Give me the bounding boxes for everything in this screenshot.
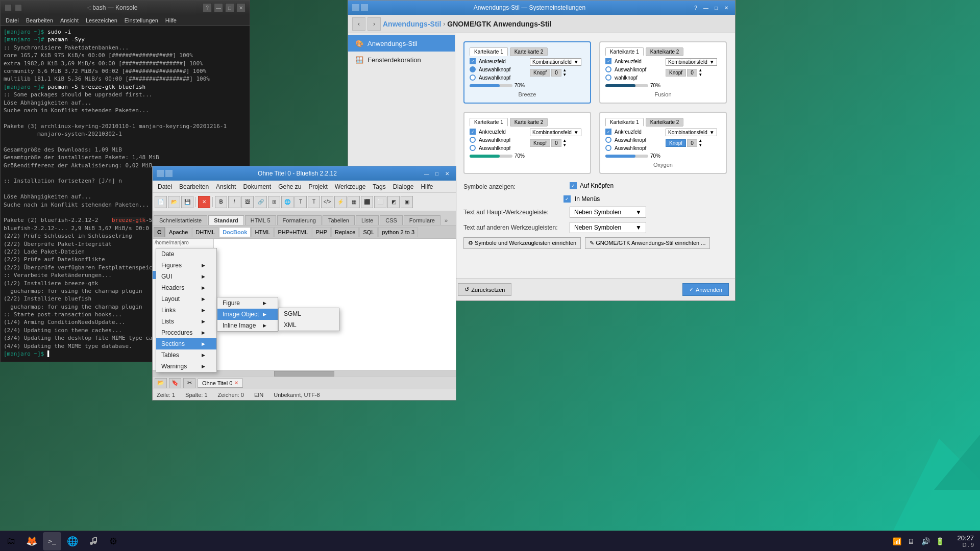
fusion-btn[interactable]: Knopf	[666, 69, 686, 77]
style-card-fusion[interactable]: Karteikarte 1 Karteikarte 2 ✓ Ankreuzfel…	[599, 41, 727, 104]
bf-doctype-apache[interactable]: Apache	[165, 227, 191, 237]
breeze-checkbox1[interactable]: ✓	[470, 58, 476, 64]
symbols-configure-btn[interactable]: ♻ Symbole und Werkzeugleisten einrichten	[463, 237, 581, 249]
oxygen-spin-up[interactable]: ▲	[698, 138, 702, 143]
cm-figures[interactable]: Figures ▶	[156, 260, 216, 271]
breeze-radio2[interactable]	[470, 74, 476, 81]
fusion-combo[interactable]: Kombinationsfeld ▼	[666, 58, 717, 66]
ss-help-btn[interactable]: ?	[691, 3, 700, 12]
bf-menu-ansicht[interactable]: Ansicht	[213, 182, 239, 191]
style-card-oxygen[interactable]: Karteikarte 1 Karteikarte 2 ✓ Ankreuzfel…	[599, 112, 727, 174]
term-menu-ansicht[interactable]: Ansicht	[57, 16, 82, 24]
bf-tool-save[interactable]: 💾	[181, 196, 193, 208]
breeze-spin[interactable]: 0	[551, 69, 561, 77]
bf-doctype-c[interactable]: C	[154, 227, 165, 237]
bf-tab-formatierung[interactable]: Formatierung	[277, 215, 322, 225]
taskbar-btn-firefox[interactable]: 🦊	[22, 532, 41, 550]
breeze-tab2[interactable]: Karteikarte 2	[510, 47, 548, 56]
ss-forward-btn[interactable]: ›	[368, 17, 381, 31]
bf-tab-tabellen[interactable]: Tabellen	[323, 215, 355, 225]
cm-inline-image[interactable]: Inline Image ▶	[217, 320, 278, 331]
bf-doctype-sql[interactable]: SQL	[359, 227, 378, 237]
cm-sgml[interactable]: SGML	[279, 308, 339, 319]
bf-doctype-php[interactable]: PHP	[312, 227, 331, 237]
bf-tool-img[interactable]: 🖼	[241, 196, 254, 208]
card3-combo[interactable]: Kombinationsfeld ▼	[530, 129, 581, 136]
ss-sidebar-anwendungsstil[interactable]: 🎨 Anwendungs-Stil	[348, 35, 455, 52]
bf-tool-misc3[interactable]: ⬛	[361, 196, 373, 208]
gnome-gtk-configure-btn[interactable]: ✎ GNOME/GTK Anwendungs-Stil einrichten .…	[585, 237, 710, 249]
oxygen-spin[interactable]: 0	[687, 139, 697, 147]
oxygen-radio[interactable]	[605, 137, 611, 143]
text-main-select[interactable]: Neben Symbolen ▼	[570, 207, 646, 218]
bf-menu-dokument[interactable]: Dokument	[240, 182, 274, 191]
fusion-checkbox1[interactable]: ✓	[605, 58, 611, 64]
bf-menu-datei[interactable]: Datei	[155, 182, 175, 191]
bf-menu-werkzeuge[interactable]: Werkzeuge	[332, 182, 369, 191]
bf-tab-more[interactable]: »	[442, 216, 451, 225]
bf-bookmark-btn[interactable]: 🔖	[169, 378, 181, 388]
cm-lists[interactable]: Lists ▶	[156, 316, 216, 327]
oxygen-btn[interactable]: Knopf	[666, 139, 686, 147]
bf-menu-dialoge[interactable]: Dialoge	[390, 182, 417, 191]
taskbar-monitor-icon[interactable]: 🖥	[905, 536, 917, 547]
breeze-spin-down[interactable]: ▼	[562, 72, 567, 77]
terminal-minimize-btn[interactable]: —	[214, 3, 223, 12]
oxygen-combo[interactable]: Kombinationsfeld ▼	[666, 129, 717, 136]
taskbar-battery-icon[interactable]: 🔋	[934, 536, 945, 547]
bf-doctype-html[interactable]: HTML	[251, 227, 274, 237]
text-other-select[interactable]: Neben Symbolen ▼	[570, 222, 646, 233]
fusion-tab2[interactable]: Karteikarte 2	[646, 47, 684, 56]
bf-tab-schnell[interactable]: Schnellstartleiste	[154, 215, 207, 225]
fusion-radio2[interactable]	[605, 74, 611, 81]
card3-radio[interactable]	[470, 137, 476, 143]
card3-spin-up[interactable]: ▲	[562, 138, 567, 143]
bluefish-minimize-btn[interactable]: —	[422, 169, 431, 178]
bf-tool-i[interactable]: I	[228, 196, 240, 208]
bf-bottom-doc-tab[interactable]: Ohne Titel 0 ✕	[198, 379, 243, 388]
cm-links[interactable]: Links ▶	[156, 305, 216, 316]
bf-tab-formulare[interactable]: Formulare	[404, 215, 440, 225]
bf-tool-t1[interactable]: T	[295, 196, 307, 208]
bf-tool-link[interactable]: 🔗	[255, 196, 267, 208]
term-menu-lesezeichen[interactable]: Lesezeichen	[83, 16, 120, 24]
ss-maximize-btn[interactable]: □	[712, 3, 721, 12]
ss-back-btn[interactable]: ‹	[352, 17, 365, 31]
taskbar-btn-terminal[interactable]: >_	[43, 532, 61, 550]
ss-minimize-btn[interactable]: —	[701, 3, 710, 12]
breeze-btn[interactable]: Knopf	[530, 69, 550, 77]
bf-menu-projekt[interactable]: Projekt	[306, 182, 331, 191]
card3-btn[interactable]: Knopf	[530, 139, 550, 147]
card3-spin[interactable]: 0	[551, 139, 561, 147]
bf-snippet-btn[interactable]: ✂	[183, 378, 195, 388]
bf-doc-tab-close[interactable]: ✕	[234, 380, 238, 386]
bf-doctype-python[interactable]: python 2 to 3	[378, 227, 418, 237]
cm-gui[interactable]: GUI ▶	[156, 271, 216, 282]
bf-menu-bearbeiten[interactable]: Bearbeiten	[176, 182, 212, 191]
card3-spin-down[interactable]: ▼	[562, 143, 567, 147]
bf-sidebar-toggle[interactable]: 📂	[155, 378, 167, 388]
breeze-tab1[interactable]: Karteikarte 1	[470, 47, 508, 56]
taskbar-btn-files[interactable]: 🗂	[2, 532, 20, 550]
in-menus-check[interactable]: ✓	[564, 195, 571, 203]
cm-sections[interactable]: Sections ▶	[156, 338, 216, 349]
symbols-buttons-check[interactable]: ✓	[570, 182, 577, 189]
oxygen-tab2[interactable]: Karteikarte 2	[646, 118, 684, 127]
style-card-3[interactable]: Karteikarte 1 Karteikarte 2 ✓ Ankreuzfel…	[463, 112, 591, 174]
cm-headers[interactable]: Headers ▶	[156, 282, 216, 293]
fusion-spin-up[interactable]: ▲	[698, 68, 702, 72]
bf-tab-liste[interactable]: Liste	[356, 215, 379, 225]
breeze-radio1[interactable]	[470, 66, 476, 72]
bf-menu-tags[interactable]: Tags	[370, 182, 388, 191]
taskbar-audio-icon[interactable]: 🔊	[920, 536, 931, 547]
cm-date[interactable]: Date	[156, 248, 216, 260]
term-menu-hilfe[interactable]: Hilfe	[162, 16, 180, 24]
bluefish-maximize-btn[interactable]: □	[432, 169, 442, 178]
taskbar-btn-music[interactable]	[84, 532, 102, 550]
bf-tab-standard[interactable]: Standard	[208, 215, 244, 225]
bf-doctype-docbook[interactable]: DocBook	[219, 227, 251, 237]
bluefish-close-btn[interactable]: ✕	[443, 169, 452, 178]
cm-xml[interactable]: XML	[279, 319, 339, 331]
card3-tab2[interactable]: Karteikarte 2	[510, 118, 548, 127]
ss-close-btn[interactable]: ✕	[722, 3, 731, 12]
